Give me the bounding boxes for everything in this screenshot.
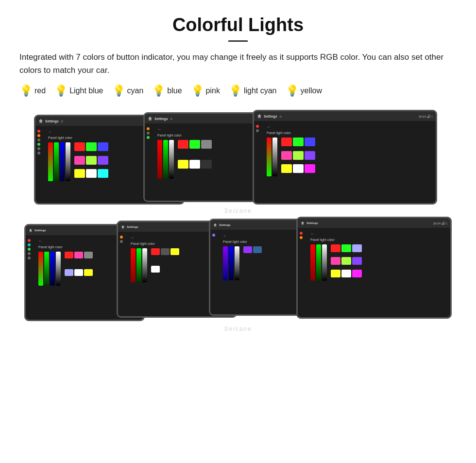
color-grid-3 <box>267 137 433 176</box>
swatches-b2 <box>151 248 179 282</box>
settings-b4: Settings <box>306 222 318 224</box>
topbar-left-3: Settings ⚙ <box>257 114 282 119</box>
swatch-white-3 <box>293 164 304 173</box>
settings-b1: Settings <box>34 229 46 232</box>
topbar-right-3: 20:24 🔊 □ <box>419 115 433 118</box>
dot-3 <box>37 152 40 154</box>
settings-label-3: Settings <box>264 115 277 118</box>
sw-d-b2 <box>161 248 170 255</box>
sw-g-b1 <box>84 252 93 258</box>
bar-wb-b2 <box>142 248 147 282</box>
bar-b-b1 <box>50 252 55 286</box>
screens-row-top: Settings ⚙ 20:24 <box>19 110 457 212</box>
sw-lb-b1 <box>65 269 73 276</box>
color-bars-b3 <box>223 246 239 280</box>
settings-label-1: Settings <box>45 120 59 123</box>
bar-b-1 <box>60 142 65 181</box>
time-b4: 20:24 🔊 □ <box>433 222 447 225</box>
dot-g-b1 <box>28 248 31 251</box>
bar-g-2 <box>163 140 168 179</box>
swatch-green-3 <box>293 137 304 146</box>
sw-w-b2 <box>151 266 160 273</box>
gear-icon-3: ⚙ <box>279 115 282 118</box>
bar-r-b2 <box>131 248 136 282</box>
home-icon-1 <box>38 119 43 123</box>
swatch-purple-1 <box>98 156 108 165</box>
screens-row-bottom: Settings 20:24 ← <box>19 217 457 328</box>
swatch-pink-1 <box>74 156 85 165</box>
bulb-icon-yellow: 💡 <box>286 86 299 96</box>
dot-c-b1 <box>28 243 31 246</box>
sw-y-b1 <box>84 269 93 276</box>
color-item-lightblue: 💡 Light blue <box>54 86 103 96</box>
color-bars-b2 <box>131 248 147 282</box>
bar-wb-2 <box>169 140 174 179</box>
swatch-yellow-1 <box>74 169 85 178</box>
bar-r-b4 <box>310 244 315 281</box>
color-item-yellow: 💡 yellow <box>286 86 322 96</box>
screen-sidebar-2 <box>147 125 154 199</box>
topbar-left-1: Settings ⚙ <box>38 119 63 123</box>
watermark-bottom: Seicane <box>224 326 252 332</box>
topbar-left-2: Settings ⚙ <box>148 116 172 121</box>
swatch-lime-1 <box>86 156 97 165</box>
sw-r-b1 <box>65 252 73 258</box>
topbar-right-b4: 20:24 🔊 □ <box>433 222 447 225</box>
swatch-cyan-1 <box>98 169 108 178</box>
swatches-b3 <box>243 246 272 280</box>
sw-w-b1 <box>74 269 83 276</box>
color-label-red: red <box>34 86 46 95</box>
swatch-red-1 <box>74 142 85 151</box>
settings-label-2: Settings <box>154 117 168 120</box>
bar-g-b1 <box>44 252 49 286</box>
bulb-icon-lightcyan: 💡 <box>229 86 242 96</box>
color-indicators: 💡 red 💡 Light blue 💡 cyan 💡 blue 💡 pink … <box>19 86 457 96</box>
gear-icon-2: ⚙ <box>170 117 172 120</box>
back-arrow-3: ← <box>267 125 433 129</box>
sw-m-b4 <box>352 270 362 277</box>
swatch-pink-3 <box>281 151 292 160</box>
dot-r-3 <box>256 125 259 128</box>
bar-wb-b4 <box>322 244 327 281</box>
swatches-b4 <box>331 244 362 281</box>
color-bars-2 <box>157 140 174 179</box>
back-arrow-b4: ← <box>310 232 447 236</box>
sw-w-b4 <box>341 270 351 277</box>
color-label-lightblue: Light blue <box>69 86 103 95</box>
title-divider <box>228 40 248 42</box>
settings-b2: Settings <box>127 225 138 228</box>
bulb-icon-lightblue: 💡 <box>54 86 68 96</box>
dot-o-b4 <box>300 236 303 239</box>
bar-wb-b3 <box>235 246 239 280</box>
dot-1-2 <box>147 132 150 135</box>
bar-p-b3 <box>223 246 228 280</box>
sw-tb-b3 <box>253 246 262 253</box>
screen-inner-3: Settings ⚙ 20:24 🔊 □ ← Panel light color <box>254 111 436 203</box>
swatch-dark-2 <box>201 160 212 169</box>
bar-g-1 <box>54 142 59 181</box>
color-bars-3 <box>267 137 277 176</box>
screen-sidebar-1 <box>37 128 45 201</box>
dot-1 <box>37 138 40 141</box>
home-icon-b4 <box>301 221 305 225</box>
dot-o-b2 <box>120 236 123 239</box>
bulb-icon-red: 💡 <box>19 86 33 96</box>
dot-orange-1 <box>37 134 40 137</box>
topbar-left-b3: Settings <box>213 223 231 227</box>
swatch-green-2 <box>189 140 200 149</box>
bar-rg-3 <box>267 137 272 176</box>
swatch-yellow-2 <box>178 160 188 169</box>
bar-wb-b1 <box>56 252 61 286</box>
color-item-blue: 💡 blue <box>152 86 182 96</box>
sw-y-b2 <box>170 248 179 255</box>
bulb-icon-cyan: 💡 <box>112 86 125 96</box>
description: Integrated with 7 colors of button indic… <box>19 51 457 77</box>
home-icon-3 <box>257 114 262 119</box>
screen-bottom-4: Settings 20:24 🔊 □ ← Panel light color <box>296 217 452 319</box>
watermark-top: Seicane <box>224 207 252 214</box>
swatch-blue-1 <box>98 142 108 151</box>
topbar-3: Settings ⚙ 20:24 🔊 □ <box>254 111 436 121</box>
sw-pk-b1 <box>74 252 83 258</box>
screen-sidebar-3 <box>256 123 264 201</box>
bulb-icon-blue: 💡 <box>152 86 165 96</box>
